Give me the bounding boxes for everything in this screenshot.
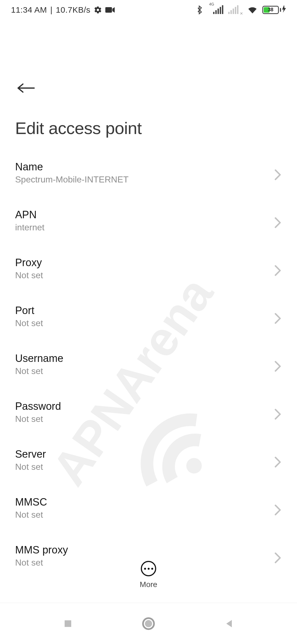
- row-value: Not set: [15, 510, 47, 520]
- row-value: Spectrum-Mobile-INTERNET: [15, 174, 129, 185]
- camera-icon: [105, 7, 115, 13]
- row-name[interactable]: Name Spectrum-Mobile-INTERNET: [15, 149, 282, 197]
- status-bar: 11:34 AM | 10.7KB/s 4G ✕ 38: [0, 0, 297, 17]
- bluetooth-icon: [196, 5, 203, 15]
- chevron-right-icon: [274, 217, 282, 225]
- row-value: Not set: [15, 462, 46, 472]
- row-password[interactable]: Password Not set: [15, 388, 282, 436]
- row-mmsc[interactable]: MMSC Not set: [15, 484, 282, 532]
- svg-point-6: [145, 620, 152, 627]
- row-label: Password: [15, 400, 61, 412]
- system-nav-bar: [0, 603, 297, 644]
- chevron-right-icon: [274, 265, 282, 272]
- row-label: Server: [15, 448, 46, 460]
- chevron-right-icon: [274, 504, 282, 512]
- row-apn[interactable]: APN internet: [15, 197, 282, 245]
- svg-rect-4: [65, 620, 71, 627]
- status-sep: |: [50, 5, 53, 15]
- battery-indicator: 38: [262, 5, 286, 15]
- row-value: Not set: [15, 366, 63, 376]
- row-value: Not set: [15, 318, 43, 328]
- cell-signal-2: ✕: [228, 6, 243, 14]
- row-label: Port: [15, 305, 43, 316]
- row-label: APN: [15, 209, 45, 221]
- wifi-icon: [248, 6, 257, 14]
- page-title: Edit access point: [0, 102, 297, 149]
- more-button[interactable]: More: [0, 561, 297, 589]
- signal-bars-icon: [213, 6, 223, 14]
- network-type-label: 4G: [209, 2, 214, 10]
- back-button[interactable]: [15, 77, 37, 99]
- row-label: MMS proxy: [15, 544, 68, 556]
- gear-icon: [94, 6, 102, 14]
- arrow-left-icon: [16, 83, 36, 94]
- chevron-right-icon: [274, 456, 282, 464]
- more-label: More: [140, 580, 157, 589]
- more-icon: [141, 561, 156, 576]
- triangle-left-icon: [224, 618, 235, 629]
- status-speed: 10.7KB/s: [56, 5, 90, 15]
- row-proxy[interactable]: Proxy Not set: [15, 245, 282, 293]
- chevron-right-icon: [274, 408, 282, 416]
- charging-icon: [282, 5, 286, 15]
- battery-percent: 38: [263, 7, 278, 13]
- nav-home-button[interactable]: [141, 616, 156, 631]
- status-right: 4G ✕ 38: [196, 5, 286, 15]
- status-left: 11:34 AM | 10.7KB/s: [11, 5, 115, 15]
- svg-rect-0: [105, 7, 112, 13]
- square-icon: [63, 619, 73, 629]
- row-label: Username: [15, 353, 63, 364]
- chevron-right-icon: [274, 361, 282, 368]
- row-label: MMSC: [15, 496, 47, 508]
- row-value: Not set: [15, 414, 61, 424]
- cell-signal-1: 4G: [208, 6, 223, 14]
- row-value: Not set: [15, 270, 43, 280]
- settings-list: Name Spectrum-Mobile-INTERNET APN intern…: [0, 149, 297, 580]
- row-port[interactable]: Port Not set: [15, 293, 282, 340]
- nav-recents-button[interactable]: [60, 616, 76, 631]
- chevron-right-icon: [274, 169, 282, 177]
- row-value: internet: [15, 222, 45, 233]
- chevron-right-icon: [274, 552, 282, 560]
- no-sim-x-icon: ✕: [240, 11, 243, 14]
- row-label: Name: [15, 161, 129, 173]
- chevron-right-icon: [274, 313, 282, 320]
- row-server[interactable]: Server Not set: [15, 436, 282, 484]
- status-time: 11:34 AM: [11, 5, 47, 15]
- circle-icon: [142, 617, 155, 630]
- row-label: Proxy: [15, 257, 43, 269]
- nav-back-button[interactable]: [221, 616, 237, 631]
- row-username[interactable]: Username Not set: [15, 340, 282, 388]
